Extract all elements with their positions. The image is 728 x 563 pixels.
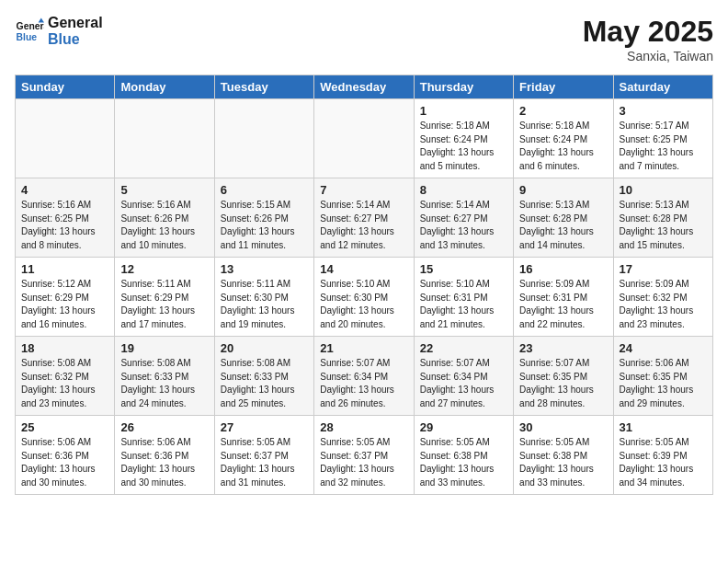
- day-info: Sunrise: 5:07 AM Sunset: 6:35 PM Dayligh…: [519, 357, 607, 410]
- calendar-cell: 24Sunrise: 5:06 AM Sunset: 6:35 PM Dayli…: [613, 337, 712, 416]
- calendar-cell: 8Sunrise: 5:14 AM Sunset: 6:27 PM Daylig…: [414, 178, 513, 258]
- calendar-cell: 16Sunrise: 5:09 AM Sunset: 6:31 PM Dayli…: [514, 258, 613, 337]
- calendar-cell: 9Sunrise: 5:13 AM Sunset: 6:28 PM Daylig…: [514, 178, 613, 258]
- day-info: Sunrise: 5:13 AM Sunset: 6:28 PM Dayligh…: [620, 199, 707, 252]
- calendar-cell: [314, 99, 414, 178]
- day-number: 26: [120, 420, 208, 434]
- day-number: 27: [221, 420, 308, 434]
- day-info: Sunrise: 5:05 AM Sunset: 6:38 PM Dayligh…: [519, 436, 607, 489]
- day-info: Sunrise: 5:06 AM Sunset: 6:36 PM Dayligh…: [21, 436, 108, 489]
- day-info: Sunrise: 5:06 AM Sunset: 6:35 PM Dayligh…: [620, 357, 707, 410]
- day-number: 25: [21, 420, 108, 434]
- day-number: 19: [120, 341, 208, 355]
- calendar-cell: 18Sunrise: 5:08 AM Sunset: 6:32 PM Dayli…: [16, 337, 115, 416]
- calendar-cell: 1Sunrise: 5:18 AM Sunset: 6:24 PM Daylig…: [414, 99, 513, 178]
- calendar-cell: [115, 99, 214, 178]
- calendar-cell: 2Sunrise: 5:18 AM Sunset: 6:24 PM Daylig…: [514, 99, 613, 178]
- weekday-header-monday: Monday: [115, 75, 214, 99]
- weekday-header-friday: Friday: [514, 75, 613, 99]
- calendar-cell: 10Sunrise: 5:13 AM Sunset: 6:28 PM Dayli…: [613, 178, 712, 258]
- calendar-cell: 30Sunrise: 5:05 AM Sunset: 6:38 PM Dayli…: [514, 416, 613, 495]
- day-number: 6: [221, 183, 308, 197]
- day-number: 24: [620, 341, 707, 355]
- logo: General Blue General Blue: [15, 15, 103, 48]
- calendar-week-row: 25Sunrise: 5:06 AM Sunset: 6:36 PM Dayli…: [16, 416, 713, 495]
- calendar-cell: 22Sunrise: 5:07 AM Sunset: 6:34 PM Dayli…: [414, 337, 513, 416]
- day-info: Sunrise: 5:15 AM Sunset: 6:26 PM Dayligh…: [221, 199, 308, 252]
- calendar-cell: 27Sunrise: 5:05 AM Sunset: 6:37 PM Dayli…: [214, 416, 313, 495]
- title-block: May 2025 Sanxia, Taiwan: [583, 15, 713, 63]
- day-info: Sunrise: 5:09 AM Sunset: 6:32 PM Dayligh…: [620, 278, 707, 331]
- calendar-cell: 29Sunrise: 5:05 AM Sunset: 6:38 PM Dayli…: [414, 416, 513, 495]
- calendar-week-row: 4Sunrise: 5:16 AM Sunset: 6:25 PM Daylig…: [16, 178, 713, 258]
- day-info: Sunrise: 5:18 AM Sunset: 6:24 PM Dayligh…: [420, 120, 507, 173]
- calendar-cell: 19Sunrise: 5:08 AM Sunset: 6:33 PM Dayli…: [115, 337, 214, 416]
- calendar-week-row: 11Sunrise: 5:12 AM Sunset: 6:29 PM Dayli…: [16, 258, 713, 337]
- calendar-table: SundayMondayTuesdayWednesdayThursdayFrid…: [15, 75, 713, 495]
- day-info: Sunrise: 5:07 AM Sunset: 6:34 PM Dayligh…: [420, 357, 507, 410]
- day-number: 11: [21, 262, 108, 276]
- day-number: 16: [519, 262, 607, 276]
- day-number: 18: [21, 341, 108, 355]
- calendar-cell: 3Sunrise: 5:17 AM Sunset: 6:25 PM Daylig…: [613, 99, 712, 178]
- calendar-cell: 31Sunrise: 5:05 AM Sunset: 6:39 PM Dayli…: [613, 416, 712, 495]
- calendar-cell: [16, 99, 115, 178]
- day-info: Sunrise: 5:06 AM Sunset: 6:36 PM Dayligh…: [120, 436, 208, 489]
- location: Sanxia, Taiwan: [583, 49, 713, 63]
- day-info: Sunrise: 5:11 AM Sunset: 6:30 PM Dayligh…: [221, 278, 308, 331]
- calendar-cell: 20Sunrise: 5:08 AM Sunset: 6:33 PM Dayli…: [214, 337, 313, 416]
- day-number: 12: [120, 262, 208, 276]
- day-info: Sunrise: 5:18 AM Sunset: 6:24 PM Dayligh…: [519, 120, 607, 173]
- logo-icon: General Blue: [15, 17, 44, 46]
- weekday-header-wednesday: Wednesday: [314, 75, 414, 99]
- day-number: 7: [320, 183, 407, 197]
- day-number: 28: [320, 420, 407, 434]
- svg-marker-2: [39, 18, 44, 23]
- day-info: Sunrise: 5:16 AM Sunset: 6:25 PM Dayligh…: [21, 199, 108, 252]
- day-info: Sunrise: 5:08 AM Sunset: 6:33 PM Dayligh…: [221, 357, 308, 410]
- day-info: Sunrise: 5:09 AM Sunset: 6:31 PM Dayligh…: [519, 278, 607, 331]
- day-info: Sunrise: 5:14 AM Sunset: 6:27 PM Dayligh…: [320, 199, 407, 252]
- day-number: 20: [221, 341, 308, 355]
- month-title: May 2025: [583, 15, 713, 49]
- calendar-cell: 12Sunrise: 5:11 AM Sunset: 6:29 PM Dayli…: [115, 258, 214, 337]
- day-info: Sunrise: 5:13 AM Sunset: 6:28 PM Dayligh…: [519, 199, 607, 252]
- day-number: 30: [519, 420, 607, 434]
- svg-text:Blue: Blue: [17, 32, 38, 42]
- svg-text:General: General: [17, 21, 44, 31]
- calendar-cell: 6Sunrise: 5:15 AM Sunset: 6:26 PM Daylig…: [214, 178, 313, 258]
- calendar-week-row: 18Sunrise: 5:08 AM Sunset: 6:32 PM Dayli…: [16, 337, 713, 416]
- calendar-cell: 15Sunrise: 5:10 AM Sunset: 6:31 PM Dayli…: [414, 258, 513, 337]
- page-header: General Blue General Blue May 2025 Sanxi…: [15, 15, 713, 63]
- day-info: Sunrise: 5:17 AM Sunset: 6:25 PM Dayligh…: [620, 120, 707, 173]
- weekday-header-saturday: Saturday: [613, 75, 712, 99]
- day-number: 31: [620, 420, 707, 434]
- day-info: Sunrise: 5:10 AM Sunset: 6:31 PM Dayligh…: [420, 278, 507, 331]
- day-number: 23: [519, 341, 607, 355]
- day-number: 2: [519, 104, 607, 118]
- weekday-header-row: SundayMondayTuesdayWednesdayThursdayFrid…: [16, 75, 713, 99]
- day-number: 13: [221, 262, 308, 276]
- calendar-cell: 11Sunrise: 5:12 AM Sunset: 6:29 PM Dayli…: [16, 258, 115, 337]
- day-info: Sunrise: 5:07 AM Sunset: 6:34 PM Dayligh…: [320, 357, 407, 410]
- day-number: 9: [519, 183, 607, 197]
- calendar-cell: 25Sunrise: 5:06 AM Sunset: 6:36 PM Dayli…: [16, 416, 115, 495]
- calendar-cell: [214, 99, 313, 178]
- day-info: Sunrise: 5:11 AM Sunset: 6:29 PM Dayligh…: [120, 278, 208, 331]
- day-number: 1: [420, 104, 507, 118]
- day-number: 21: [320, 341, 407, 355]
- day-number: 15: [420, 262, 507, 276]
- day-number: 29: [420, 420, 507, 434]
- day-number: 17: [620, 262, 707, 276]
- day-info: Sunrise: 5:05 AM Sunset: 6:39 PM Dayligh…: [620, 436, 707, 489]
- calendar-cell: 13Sunrise: 5:11 AM Sunset: 6:30 PM Dayli…: [214, 258, 313, 337]
- day-number: 10: [620, 183, 707, 197]
- day-info: Sunrise: 5:08 AM Sunset: 6:32 PM Dayligh…: [21, 357, 108, 410]
- day-number: 3: [620, 104, 707, 118]
- calendar-cell: 28Sunrise: 5:05 AM Sunset: 6:37 PM Dayli…: [314, 416, 414, 495]
- calendar-cell: 26Sunrise: 5:06 AM Sunset: 6:36 PM Dayli…: [115, 416, 214, 495]
- weekday-header-thursday: Thursday: [414, 75, 513, 99]
- calendar-cell: 17Sunrise: 5:09 AM Sunset: 6:32 PM Dayli…: [613, 258, 712, 337]
- calendar-week-row: 1Sunrise: 5:18 AM Sunset: 6:24 PM Daylig…: [16, 99, 713, 178]
- day-number: 8: [420, 183, 507, 197]
